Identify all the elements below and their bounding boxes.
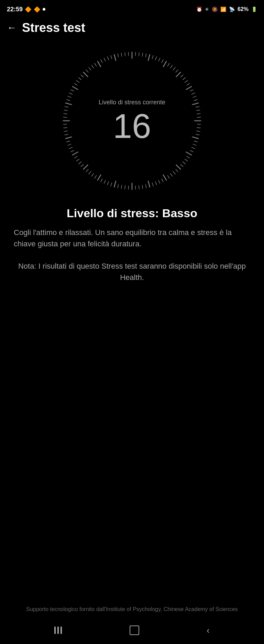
footer-credit: Supporto tecnologico fornito dall'Instit… <box>0 606 264 613</box>
svg-line-102 <box>76 80 79 82</box>
svg-line-99 <box>71 90 74 91</box>
page-title: Stress test <box>22 21 85 35</box>
svg-line-22 <box>192 93 195 94</box>
bluetooth-icon: ✳ <box>205 7 209 12</box>
svg-line-24 <box>194 99 198 101</box>
svg-line-9 <box>162 60 163 63</box>
svg-line-54 <box>152 183 153 186</box>
svg-line-79 <box>74 156 77 158</box>
svg-line-83 <box>68 144 71 145</box>
svg-line-7 <box>155 57 157 60</box>
gauge-value: 16 <box>99 109 165 143</box>
svg-line-21 <box>190 90 193 91</box>
svg-line-53 <box>155 182 157 185</box>
svg-line-74 <box>86 169 88 172</box>
svg-line-15 <box>176 72 181 77</box>
svg-line-33 <box>197 131 200 132</box>
stress-note: Nota: I risultati di questo Stress test … <box>14 260 250 283</box>
svg-line-11 <box>167 63 169 66</box>
svg-line-55 <box>148 181 150 187</box>
header: ← Stress test <box>0 17 264 42</box>
svg-line-42 <box>185 159 188 161</box>
svg-line-20 <box>186 86 192 90</box>
status-right: ⏰ ✳ 🔕 📶 📡 62% 🔋 <box>196 6 257 12</box>
svg-line-101 <box>74 83 77 85</box>
svg-line-69 <box>101 179 102 182</box>
svg-line-68 <box>104 180 106 184</box>
svg-line-17 <box>183 78 186 80</box>
svg-line-103 <box>79 78 81 80</box>
svg-line-71 <box>95 175 96 178</box>
recent-apps-button[interactable] <box>54 627 62 634</box>
svg-line-64 <box>118 185 118 188</box>
svg-line-100 <box>73 86 78 90</box>
wifi-icon: 📶 <box>220 7 226 12</box>
notification-dot <box>43 8 45 11</box>
app-icon-1: 🔶 <box>25 6 32 13</box>
svg-line-112 <box>104 58 106 61</box>
svg-line-96 <box>67 99 70 101</box>
svg-line-73 <box>89 172 91 174</box>
svg-line-92 <box>64 114 67 114</box>
svg-line-52 <box>158 180 160 184</box>
svg-line-95 <box>66 103 72 105</box>
svg-line-28 <box>197 114 200 114</box>
svg-line-27 <box>197 110 200 111</box>
svg-line-65 <box>114 181 116 187</box>
svg-line-118 <box>125 52 125 56</box>
svg-line-38 <box>192 147 195 149</box>
back-button[interactable]: ← <box>7 23 16 33</box>
svg-line-50 <box>163 175 166 180</box>
svg-line-34 <box>196 134 199 135</box>
svg-line-84 <box>67 141 70 142</box>
home-button[interactable] <box>130 625 139 635</box>
svg-line-85 <box>66 137 72 139</box>
svg-line-81 <box>71 150 74 152</box>
svg-line-116 <box>118 54 118 57</box>
svg-line-104 <box>81 75 83 77</box>
svg-line-13 <box>173 68 175 70</box>
status-bar: 22:59 🔶 🔶 ⏰ ✳ 🔕 📶 📡 62% 🔋 <box>0 0 264 17</box>
svg-line-98 <box>69 93 72 94</box>
svg-line-36 <box>194 141 198 142</box>
svg-line-35 <box>192 137 198 139</box>
svg-line-70 <box>98 175 101 180</box>
svg-line-76 <box>81 164 83 167</box>
svg-line-62 <box>125 186 125 189</box>
svg-line-111 <box>101 60 102 63</box>
stress-description: Cogli l'attimo e rilassati. Un sano equi… <box>14 227 250 249</box>
svg-line-108 <box>91 65 94 68</box>
svg-line-29 <box>197 117 201 118</box>
svg-line-77 <box>79 162 81 164</box>
svg-line-107 <box>89 68 91 70</box>
svg-line-80 <box>73 152 78 155</box>
battery-icon: 🔋 <box>251 7 257 12</box>
svg-line-25 <box>192 103 198 105</box>
svg-line-58 <box>139 186 139 189</box>
svg-line-93 <box>64 110 67 111</box>
svg-line-45 <box>176 165 181 169</box>
svg-line-89 <box>63 124 67 125</box>
svg-line-57 <box>142 185 143 189</box>
mute-icon: 🔕 <box>212 7 218 12</box>
svg-line-2 <box>139 52 139 56</box>
svg-line-56 <box>146 185 146 188</box>
gauge-inner: Livello di stress corrente 16 <box>99 99 165 143</box>
svg-line-5 <box>148 55 150 60</box>
svg-line-46 <box>176 169 178 172</box>
svg-line-110 <box>98 61 101 67</box>
gauge-container: Livello di stress corrente 16 <box>0 49 264 193</box>
svg-line-63 <box>121 185 122 189</box>
nav-bar: ‹ <box>0 617 264 644</box>
svg-line-66 <box>111 183 112 186</box>
svg-line-78 <box>76 159 79 161</box>
svg-line-26 <box>196 106 199 107</box>
nav-back-button[interactable]: ‹ <box>207 625 210 636</box>
svg-line-40 <box>186 152 192 155</box>
svg-line-43 <box>183 162 186 164</box>
svg-line-67 <box>107 182 109 185</box>
svg-line-117 <box>121 53 122 56</box>
svg-line-119 <box>129 52 129 56</box>
svg-line-91 <box>63 117 67 118</box>
svg-line-47 <box>173 172 175 174</box>
